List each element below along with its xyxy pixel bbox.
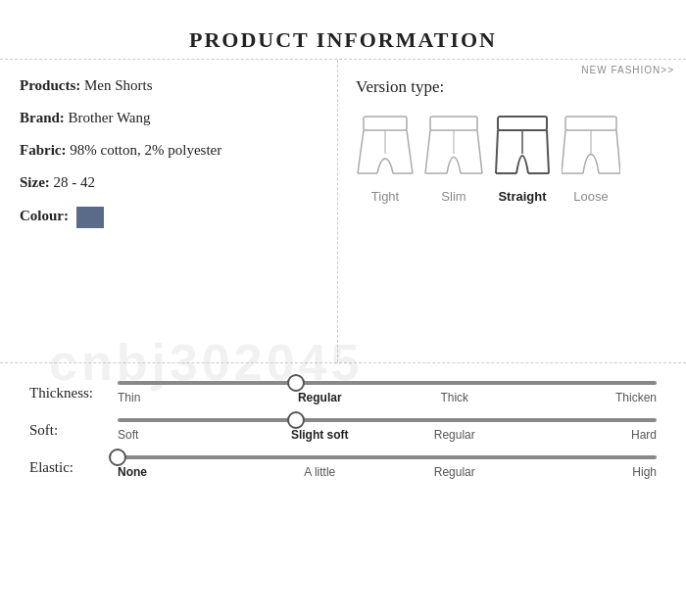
elastic-row: Elastic: None A little Regular High	[29, 455, 657, 479]
soft-marks: Soft Slight soft Regular Hard	[118, 428, 657, 442]
slim-icon	[424, 115, 483, 183]
straight-icon	[493, 115, 552, 183]
svg-line-1	[358, 130, 364, 173]
products-row: Products: Men Shorts	[20, 77, 318, 94]
version-straight[interactable]: Straight	[493, 115, 552, 204]
svg-line-2	[407, 130, 413, 173]
fabric-row: Fabric: 98% cotton, 2% polyester	[20, 142, 318, 159]
straight-label: Straight	[498, 189, 546, 204]
colour-row: Colour:	[20, 207, 318, 228]
thickness-slider-container: Thin Regular Thick Thicken	[118, 381, 657, 404]
loose-icon	[562, 115, 620, 183]
brand-row: Brand: Brother Wang	[20, 110, 318, 126]
soft-mark-0: Soft	[118, 428, 253, 442]
brand-value: Brother Wang	[69, 110, 151, 125]
soft-track[interactable]	[118, 418, 657, 422]
thickness-track[interactable]	[118, 381, 657, 385]
thickness-thumb[interactable]	[287, 374, 305, 392]
thickness-label: Thickness:	[29, 385, 118, 402]
loose-label: Loose	[573, 189, 608, 204]
soft-mark-2: Regular	[387, 428, 522, 442]
right-panel: Version type: Tight	[338, 60, 686, 362]
version-title: Version type:	[356, 77, 676, 97]
size-value: 28 - 42	[54, 174, 96, 190]
version-options: Tight Slim	[356, 115, 676, 204]
elastic-slider-container: None A little Regular High	[118, 455, 657, 479]
elastic-mark-0: None	[118, 465, 253, 479]
soft-label: Soft:	[29, 422, 118, 439]
fabric-value: 98% cotton, 2% polyester	[70, 142, 221, 158]
soft-thumb[interactable]	[287, 411, 305, 429]
svg-rect-6	[430, 117, 477, 130]
soft-row: Soft: Soft Slight soft Regular Hard	[29, 418, 657, 442]
svg-rect-0	[364, 117, 407, 130]
svg-line-14	[547, 130, 549, 173]
thickness-mark-0: Thin	[118, 391, 253, 404]
svg-line-8	[477, 130, 482, 173]
thickness-mark-2: Thick	[387, 391, 522, 404]
thickness-mark-3: Thicken	[522, 391, 658, 404]
slim-label: Slim	[441, 189, 466, 204]
elastic-thumb[interactable]	[109, 449, 126, 466]
thickness-marks: Thin Regular Thick Thicken	[118, 391, 657, 404]
version-loose[interactable]: Loose	[562, 115, 620, 204]
sliders-area: Thickness: Thin Regular Thick Thicken So…	[0, 363, 686, 510]
size-row: Size: 28 - 42	[20, 174, 318, 191]
svg-line-20	[616, 130, 620, 173]
svg-line-13	[496, 130, 498, 173]
thickness-mark-1: Regular	[253, 391, 388, 404]
soft-mark-1: Slight soft	[253, 428, 388, 442]
elastic-mark-2: Regular	[387, 465, 522, 479]
svg-line-7	[425, 130, 430, 173]
elastic-track[interactable]	[118, 455, 657, 459]
svg-rect-12	[498, 117, 547, 130]
colour-swatch	[76, 207, 104, 228]
elastic-marks: None A little Regular High	[118, 465, 657, 479]
main-content: Products: Men Shorts Brand: Brother Wang…	[0, 60, 686, 363]
brand-label: Brand:	[20, 110, 65, 125]
version-slim[interactable]: Slim	[424, 115, 483, 204]
new-fashion-label: NEW FASHION>>	[581, 65, 674, 75]
page-container: PRODUCT INFORMATION NEW FASHION>> Produc…	[0, 0, 686, 616]
elastic-mark-3: High	[522, 465, 658, 479]
page-title: PRODUCT INFORMATION	[0, 27, 686, 53]
tight-icon	[356, 115, 415, 183]
size-label: Size:	[20, 174, 50, 190]
left-panel: Products: Men Shorts Brand: Brother Wang…	[0, 60, 338, 362]
elastic-mark-1: A little	[253, 465, 388, 479]
svg-rect-18	[565, 117, 616, 130]
colour-label: Colour:	[20, 208, 69, 223]
products-value: Men Shorts	[84, 77, 153, 93]
page-header: PRODUCT INFORMATION	[0, 0, 686, 60]
products-label: Products:	[20, 77, 80, 93]
svg-line-19	[562, 130, 565, 173]
elastic-label: Elastic:	[29, 459, 118, 476]
fabric-label: Fabric:	[20, 142, 66, 158]
version-tight[interactable]: Tight	[356, 115, 415, 204]
thickness-row: Thickness: Thin Regular Thick Thicken	[29, 381, 657, 404]
soft-slider-container: Soft Slight soft Regular Hard	[118, 418, 657, 442]
tight-label: Tight	[371, 189, 399, 204]
soft-mark-3: Hard	[522, 428, 658, 442]
